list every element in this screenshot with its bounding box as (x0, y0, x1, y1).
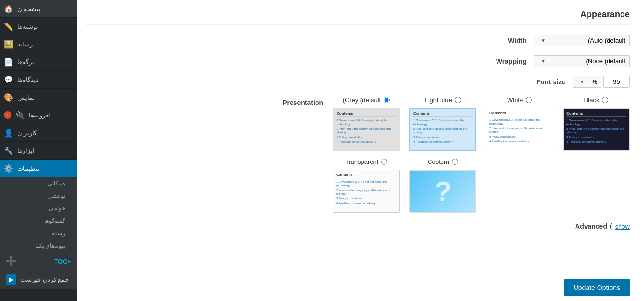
fontsize-label: Font size (518, 78, 565, 86)
custom-radio[interactable] (452, 159, 458, 165)
fontsize-select[interactable]: ▼ % (573, 76, 601, 88)
sidebar-item-tools[interactable]: ابزارها 🔧 (0, 142, 77, 160)
submenu-permalink[interactable]: پیوندهای یکتا (0, 240, 77, 252)
option-row-2: Transparent Contents 1 Government 2.0: i… (333, 158, 630, 213)
sidebar-item-settings[interactable]: تنظیمات ⚙️ (0, 160, 77, 177)
white-line-2: 2 Inter- and intra-agency collaboration … (489, 127, 550, 135)
white-radio[interactable] (526, 97, 532, 103)
black-line-1: 1 Government 2.0: it's not just about th… (566, 119, 626, 127)
sidebar-item-label: افزونه‌ها (29, 112, 50, 119)
sidebar-item-plugins[interactable]: افزونه‌ها 🔌 1 (0, 106, 77, 124)
fontsize-select-arrow: ▼ (580, 79, 585, 84)
fontsize-row: Font size ▼ % 95 (86, 76, 630, 88)
grey-line-1: 1 Government 2.0: it's not just about th… (337, 119, 396, 127)
transparent-preview-title: Contents (336, 173, 396, 178)
submenu-discussion[interactable]: گفتوگوها (0, 215, 77, 227)
black-line-3: 3 Policy consultation (566, 136, 626, 139)
sidebar-item-users[interactable]: کاربران 👤 (0, 124, 77, 142)
lightblue-preview-title: Contents (413, 111, 473, 117)
sidebar-item-label: دیدگاه‌ها (17, 76, 39, 83)
sidebar-item-label: نمایش (17, 94, 35, 101)
transparent-label: Transparent (345, 158, 379, 165)
width-select-value: (Auto (default (588, 37, 625, 44)
lightblue-line-4: 4 Feedback on service delivery (413, 140, 473, 144)
transparent-line-3: 3 Policy consultation (336, 197, 396, 201)
collapse-label: جمع کردن فهرست (20, 276, 69, 283)
wrapping-control: ▼ (None (default (534, 55, 630, 67)
lightblue-preview: Contents 1 Government 2.0: it's not just… (409, 108, 476, 151)
sidebar-item-appearance[interactable]: نمایش 🎨 (0, 89, 77, 106)
fontsize-value-input[interactable]: 95 (603, 76, 630, 88)
grey-radio[interactable] (384, 97, 390, 103)
wrapping-row: Wrapping ▼ (None (default (86, 55, 630, 67)
transparent-preview: Contents 1 Government 2.0: it's not just… (333, 170, 400, 213)
black-radio[interactable] (602, 97, 608, 103)
pages-icon: 📄 (4, 57, 13, 67)
white-header: White (507, 96, 532, 104)
fontsize-percent-box: ▼ % 95 (573, 76, 630, 88)
option-custom: Custom ? (409, 158, 476, 213)
update-options-button[interactable]: Update Options (564, 279, 630, 296)
advanced-show-link[interactable]: show (615, 223, 630, 230)
option-black: Black Contents 1 Government 2.0: it's no… (563, 96, 630, 151)
plugins-badge: 1 (4, 111, 11, 119)
transparent-line-1: 1 Government 2.0: it's not just about th… (336, 180, 396, 188)
white-preview: Contents 1 Government 2.0: it's not just… (486, 108, 553, 151)
custom-header: Custom (428, 158, 458, 165)
sidebar-item-dashboard[interactable]: پیشخوان 🏠 (0, 0, 77, 18)
sidebar-item-media[interactable]: رسانه 🖼️ (0, 35, 77, 53)
toc-item[interactable]: ➕ +TOC (0, 252, 77, 270)
appearance-icon: 🎨 (4, 93, 13, 102)
sidebar-item-label: ابزارها (17, 147, 34, 154)
section-title: Appearance (86, 10, 630, 25)
submenu-media[interactable]: رسانه (0, 227, 77, 240)
grey-line-2: 2 Inter- and intra-agency collaboration … (337, 127, 396, 135)
users-icon: 👤 (4, 128, 13, 138)
width-select-arrow: ▼ (541, 38, 546, 43)
custom-preview: ? (409, 170, 476, 213)
lightblue-line-3: 3 Policy consultation (413, 136, 473, 139)
submenu-general[interactable]: همگانی (0, 177, 77, 190)
sidebar-item-posts[interactable]: نوشته‌ها ✏️ (0, 18, 77, 35)
width-select[interactable]: ▼ (Auto (default (534, 35, 630, 46)
black-line-4: 4 Feedback on service delivery (566, 140, 626, 144)
settings-icon: ⚙️ (4, 163, 13, 173)
white-preview-title: Contents (489, 111, 550, 116)
wrapping-select[interactable]: ▼ (None (default (534, 55, 630, 67)
sidebar-item-comments[interactable]: دیدگاه‌ها 💬 (0, 71, 77, 89)
wrapping-select-value: (None (default (586, 58, 625, 65)
black-header: Black (584, 96, 609, 104)
grey-header: (Grey (default (343, 96, 390, 104)
sidebar-item-pages[interactable]: برگه‌ها 📄 (0, 53, 77, 71)
transparent-line-2: 2 Inter- and intra-agency collaboration … (336, 189, 396, 197)
wrapping-label: Wrapping (479, 58, 527, 65)
lightblue-header: Light blue (425, 96, 461, 104)
grey-label: (Grey (default (343, 96, 381, 104)
advanced-paren: ( (610, 222, 612, 230)
sidebar-item-label: کاربران (17, 129, 37, 137)
black-line-2: 2 Inter- and intra-agency collaboration … (566, 127, 626, 135)
sidebar-item-label: تنظیمات (17, 165, 40, 172)
submenu-reading[interactable]: خواندن (0, 202, 77, 215)
submenu-writing[interactable]: نوشتنی (0, 190, 77, 202)
grey-line-4: 4 Feedback on service delivery (337, 140, 396, 144)
lightblue-line-2: 2 Inter- and intra-agency collaboration … (413, 127, 473, 135)
collapse-arrow-icon: ▶ (6, 274, 16, 285)
presentation-label: Presentation (275, 96, 323, 106)
white-line-4: 4 Feedback on service delivery (489, 140, 550, 144)
sidebar-collapse[interactable]: جمع کردن فهرست ▶ (0, 270, 77, 289)
option-grey: (Grey (default Contents 1 Government 2.0… (333, 96, 400, 151)
toc-label: +TOC (54, 258, 71, 265)
presentation-row: Presentation (Grey (default Contents 1 G… (86, 96, 630, 213)
lightblue-radio[interactable] (455, 97, 461, 103)
option-white: White Contents 1 Government 2.0: it's no… (486, 96, 553, 151)
sidebar-item-label: رسانه (17, 41, 33, 48)
transparent-radio[interactable] (381, 159, 387, 165)
custom-question-mark: ? (434, 175, 452, 208)
option-transparent: Transparent Contents 1 Government 2.0: i… (333, 158, 400, 213)
transparent-header: Transparent (345, 158, 388, 165)
settings-submenu: همگانی نوشتنی خواندن گفتوگوها رسانه پیون… (0, 177, 77, 252)
advanced-row: Advanced ( show (86, 222, 630, 230)
plus-icon: ➕ (6, 256, 16, 266)
sidebar-item-label: پیشخوان (17, 5, 41, 12)
